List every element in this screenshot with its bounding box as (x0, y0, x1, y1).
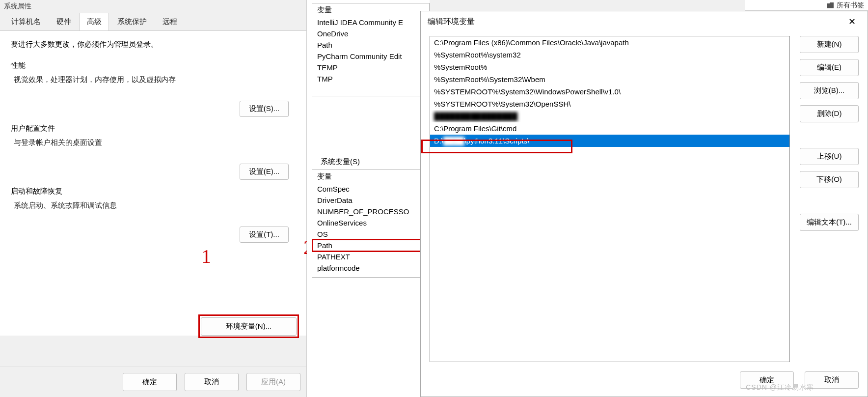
sysprop-ok-button[interactable]: 确定 (123, 373, 177, 391)
new-button[interactable]: 新建(N) (800, 36, 859, 53)
startup-settings-button[interactable]: 设置(T)... (240, 227, 289, 243)
tab-system-protection[interactable]: 系统保护 (110, 13, 154, 30)
sys-var-item[interactable]: Path (312, 240, 429, 251)
tab-hardware[interactable]: 硬件 (49, 13, 79, 30)
tab-computer-name[interactable]: 计算机名 (4, 13, 48, 30)
sys-var-item[interactable]: platformcode (312, 262, 429, 274)
user-var-item[interactable]: TMP (312, 73, 429, 85)
user-var-header: 变量 (312, 3, 429, 17)
editdlg-cancel-button[interactable]: 取消 (805, 371, 859, 389)
sysprop-cancel-button[interactable]: 取消 (185, 373, 239, 391)
sys-var-header: 变量 (312, 170, 429, 183)
perf-settings-button[interactable]: 设置(S)... (240, 101, 289, 117)
sys-var-item[interactable]: OS (312, 228, 429, 240)
path-row[interactable]: %SystemRoot% (430, 61, 789, 73)
path-row[interactable]: C:\Program Files\Git\cmd (430, 122, 789, 135)
sys-var-item[interactable]: OnlineServices (312, 217, 429, 228)
system-properties-window: 系统属性 计算机名 硬件 高级 系统保护 远程 要进行大多数更改，你必须作为管理… (0, 0, 307, 397)
user-var-item[interactable]: PyCharm Community Edit (312, 51, 429, 62)
sys-var-item[interactable]: DriverData (312, 195, 429, 206)
startup-title: 启动和故障恢复 (11, 187, 296, 196)
sysprop-title: 系统属性 (0, 0, 306, 13)
sys-var-item[interactable]: PATHEXT (312, 251, 429, 262)
bookmark-bar: 所有书签 (745, 0, 868, 11)
moveup-button[interactable]: 上移(U) (800, 148, 859, 165)
sysprop-apply-button: 应用(A) (246, 373, 300, 391)
user-var-item[interactable]: IntelliJ IDEA Community E (312, 17, 429, 28)
path-row[interactable]: %SYSTEMROOT%\System32\WindowsPowerShell\… (430, 85, 789, 98)
path-row[interactable]: ████████████████ (430, 110, 789, 122)
edit-env-variable-dialog: 编辑环境变量 ✕ C:\Program Files (x86)\Common F… (420, 11, 868, 397)
sys-var-item[interactable]: NUMBER_OF_PROCESSO (312, 206, 429, 217)
path-row[interactable]: %SystemRoot%\system32 (430, 49, 789, 61)
sys-variables-label: 系统变量(S) (307, 155, 430, 170)
sys-var-item[interactable]: ComSpec (312, 183, 429, 195)
path-row[interactable]: C:\Program Files (x86)\Common Files\Orac… (430, 36, 789, 49)
path-list[interactable]: C:\Program Files (x86)\Common Files\Orac… (430, 36, 790, 362)
browse-button[interactable]: 浏览(B)... (800, 82, 859, 99)
sysprop-footer: 确定 取消 应用(A) (0, 367, 306, 397)
edit-button[interactable]: 编辑(E) (800, 59, 859, 76)
editdlg-footer: 确定 取消 (740, 371, 859, 389)
editdlg-side-buttons: 新建(N) 编辑(E) 浏览(B)... 删除(D) 上移(U) 下移(O) 编… (800, 36, 859, 362)
user-var-item[interactable]: TEMP (312, 62, 429, 73)
edittext-button[interactable]: 编辑文本(T)... (800, 214, 859, 231)
profile-settings-button[interactable]: 设置(E)... (240, 164, 289, 180)
tab-advanced[interactable]: 高级 (80, 13, 109, 30)
delete-button[interactable]: 删除(D) (800, 105, 859, 122)
profile-desc: 与登录帐户相关的桌面设置 (14, 138, 296, 147)
sys-variables-listbox[interactable]: 变量 ComSpecDriverDataNUMBER_OF_PROCESSOOn… (312, 170, 430, 278)
close-icon[interactable]: ✕ (842, 16, 862, 27)
envvar-button-highlight: 环境变量(N)... (198, 314, 299, 338)
perf-title: 性能 (11, 61, 296, 70)
admin-note: 要进行大多数更改，你必须作为管理员登录。 (11, 40, 296, 49)
startup-desc: 系统启动、系统故障和调试信息 (14, 201, 296, 210)
sysprop-tabs: 计算机名 硬件 高级 系统保护 远程 (0, 13, 306, 31)
sysprop-advanced-body: 要进行大多数更改，你必须作为管理员登录。 性能 视觉效果，处理器计划，内存使用，… (0, 31, 306, 336)
path-row[interactable]: %SystemRoot%\System32\Wbem (430, 73, 789, 85)
user-var-item[interactable]: OneDrive (312, 28, 429, 39)
path-row[interactable]: D:\████\python3.11\Scripts\ (430, 135, 789, 147)
bookmark-all[interactable]: 所有书签 (837, 1, 864, 10)
env-variables-button[interactable]: 环境变量(N)... (201, 317, 297, 336)
group-user-profile: 用户配置文件 与登录帐户相关的桌面设置 设置(E)... (11, 124, 296, 183)
editdlg-ok-button[interactable]: 确定 (740, 371, 794, 389)
editdlg-title: 编辑环境变量 (428, 17, 475, 27)
perf-desc: 视觉效果，处理器计划，内存使用，以及虚拟内存 (14, 75, 296, 85)
movedown-button[interactable]: 下移(O) (800, 171, 859, 188)
tab-remote[interactable]: 远程 (155, 13, 185, 30)
editdlg-titlebar: 编辑环境变量 ✕ (421, 11, 868, 36)
env-variables-window: 变量 IntelliJ IDEA Community EOneDrivePath… (307, 0, 430, 397)
group-performance: 性能 视觉效果，处理器计划，内存使用，以及虚拟内存 设置(S)... (11, 61, 296, 120)
user-variables-listbox[interactable]: 变量 IntelliJ IDEA Community EOneDrivePath… (312, 3, 430, 96)
folder-icon (827, 2, 834, 8)
profile-title: 用户配置文件 (11, 124, 296, 133)
group-startup-recovery: 启动和故障恢复 系统启动、系统故障和调试信息 设置(T)... (11, 187, 296, 246)
path-row[interactable]: %SYSTEMROOT%\System32\OpenSSH\ (430, 98, 789, 110)
user-var-item[interactable]: Path (312, 39, 429, 51)
